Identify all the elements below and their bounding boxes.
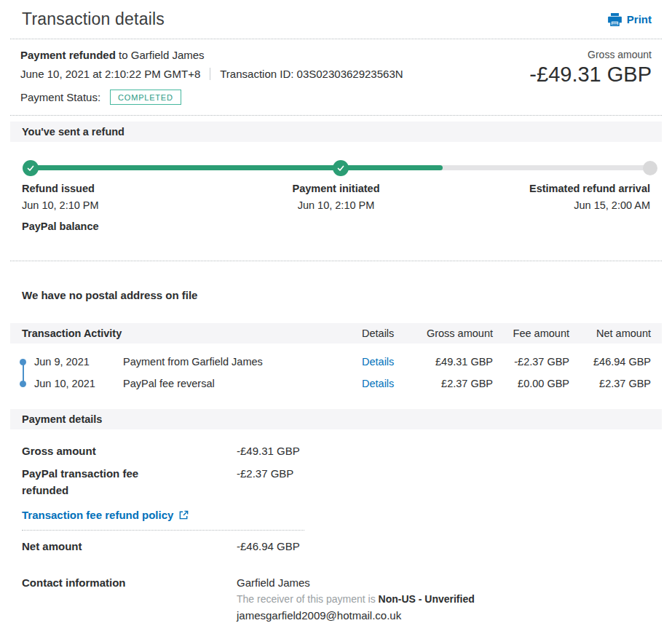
net-amount-value: -£46.94 GBP [237,538,300,555]
checkpoint-payment-initiated [333,160,349,176]
checkpoint-refund-issued [23,160,39,176]
column-header-gross: Gross amount [419,328,493,339]
timeline-dot-icon [20,381,26,387]
detail-value: -£49.31 GBP [237,443,300,459]
status-badge: COMPLETED [110,90,181,105]
payment-status-row: Payment Status: COMPLETED [20,87,652,106]
receiver-note: The receiver of this payment is Non-US -… [237,593,475,605]
step-date: Jun 15, 2:00 AM [440,199,650,211]
divider [10,261,662,261]
contact-label: Contact information [22,576,237,622]
detail-label: PayPal transaction fee refunded [22,465,237,499]
check-icon [26,164,35,172]
recipient-name: Garfield James [131,49,205,61]
step-date: Jun 10, 2:10 PM [22,199,232,211]
step-date: Jun 10, 2:10 PM [232,199,441,211]
postal-address-note: We have no postal address on file [22,289,650,301]
row-fee-amount: -£2.37 GBP [493,356,569,368]
transaction-summary: Payment refunded to Garfield James June … [0,39,672,115]
divider [22,530,304,531]
print-button[interactable]: Print [608,13,652,26]
gross-amount-value: -£49.31 GBP [529,63,652,87]
external-link-icon [178,509,189,520]
transaction-id-label: Transaction ID: [220,68,293,80]
vertical-separator [210,68,210,80]
receiver-status: Non-US - Unverified [379,593,475,605]
column-header-net: Net amount [569,328,651,339]
contact-name: Garfield James [237,576,475,589]
contact-email: jamesgarfield2009@hotmail.co.uk [237,609,475,622]
timeline-dot-icon [20,359,26,365]
step-label: Payment initiated [232,183,441,194]
activity-table-body: Jun 9, 2021 Payment from Garfield James … [0,344,672,409]
row-fee-amount: £0.00 GBP [493,378,569,389]
step-payment-initiated: Payment initiated Jun 10, 2:10 PM [232,183,441,232]
row-net-amount: £46.94 GBP [569,356,651,368]
row-date: Jun 10, 2021 [34,378,123,389]
column-header-details: Details [362,328,419,339]
row-gross-amount: £49.31 GBP [419,356,493,368]
receiver-note-prefix: The receiver of this payment is [237,593,376,605]
transaction-id: 03S0230362923563N [297,68,403,80]
step-label: Estimated refund arrival [440,183,650,194]
page-header: Transaction details Print [0,0,672,39]
check-icon [336,164,345,172]
row-gross-amount: £2.37 GBP [419,378,493,389]
payment-details-body: Gross amount -£49.31 GBP PayPal transact… [0,429,672,555]
refund-title: Payment refunded [20,49,116,61]
row-net-amount: £2.37 GBP [569,378,651,389]
table-row: Jun 10, 2021 PayPal fee reversal Details… [22,373,651,394]
activity-section-title: Transaction Activity [22,328,362,339]
tracker-progress [31,165,443,170]
step-note: PayPal balance [22,221,232,232]
step-refund-issued: Refund issued Jun 10, 2:10 PM PayPal bal… [22,183,232,232]
policy-link-label: Transaction fee refund policy [22,509,173,521]
activity-table-header: Transaction Activity Details Gross amoun… [10,323,662,344]
detail-value: -£2.37 GBP [237,465,293,499]
contact-details: Garfield James The receiver of this paym… [237,576,475,622]
payment-details-title: Payment details [22,413,102,425]
step-label: Refund issued [22,183,232,194]
refund-progress-timeline [10,159,662,175]
tracker-step-labels: Refund issued Jun 10, 2:10 PM PayPal bal… [22,183,650,232]
row-description: Payment from Garfield James [123,356,263,368]
contact-information-section: Contact information Garfield James The r… [22,576,650,622]
transaction-date: June 10, 2021 at 2:10:22 PM GMT+8 [20,68,200,80]
payment-status-label: Payment Status: [20,91,100,103]
gross-amount-label: Gross amount [529,49,652,60]
payment-details-header: Payment details [10,409,662,429]
detail-row-fee-refunded: PayPal transaction fee refunded -£2.37 G… [22,465,650,499]
column-header-fee: Fee amount [493,328,569,339]
step-estimated-arrival: Estimated refund arrival Jun 15, 2:00 AM [440,183,650,232]
print-label: Print [627,13,652,25]
table-row: Jun 9, 2021 Payment from Garfield James … [22,351,651,373]
tracker-track [31,165,650,170]
refund-tracker-header: You've sent a refund [10,122,662,142]
page-title: Transaction details [22,9,165,29]
fee-refund-policy-link[interactable]: Transaction fee refund policy [22,509,650,521]
detail-row-gross: Gross amount -£49.31 GBP [22,443,650,459]
net-amount-label: Net amount [22,538,237,555]
to-word: to [119,49,128,61]
divider [10,115,662,116]
details-link[interactable]: Details [362,356,394,368]
detail-label: Gross amount [22,443,237,459]
row-date: Jun 9, 2021 [34,356,123,368]
row-description: PayPal fee reversal [123,378,215,389]
net-amount-row: Net amount -£46.94 GBP [22,538,650,555]
checkpoint-pending [643,161,657,175]
printer-icon [608,13,622,26]
gross-amount-box: Gross amount -£49.31 GBP [529,49,652,87]
refund-tracker-title: You've sent a refund [22,126,124,138]
details-link[interactable]: Details [362,378,394,389]
